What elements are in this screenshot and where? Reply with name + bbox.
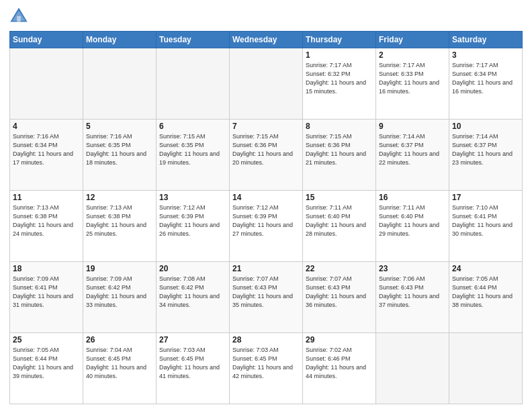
calendar-cell: 7Sunrise: 7:15 AM Sunset: 6:36 PM Daylig…: [230, 120, 303, 191]
day-info: Sunrise: 7:15 AM Sunset: 6:36 PM Dayligh…: [232, 132, 300, 167]
calendar-cell: 16Sunrise: 7:11 AM Sunset: 6:40 PM Dayli…: [376, 191, 449, 262]
day-number: 16: [379, 193, 446, 202]
calendar-cell: 8Sunrise: 7:15 AM Sunset: 6:36 PM Daylig…: [303, 120, 376, 191]
logo: [9, 7, 31, 26]
weekday-header-friday: Friday: [376, 32, 449, 48]
calendar-cell: 1Sunrise: 7:17 AM Sunset: 6:32 PM Daylig…: [303, 48, 376, 120]
day-info: Sunrise: 7:10 AM Sunset: 6:41 PM Dayligh…: [452, 203, 519, 238]
weekday-header-thursday: Thursday: [303, 32, 376, 48]
day-info: Sunrise: 7:03 AM Sunset: 6:45 PM Dayligh…: [232, 346, 300, 381]
day-number: 13: [159, 193, 226, 202]
day-info: Sunrise: 7:14 AM Sunset: 6:37 PM Dayligh…: [452, 132, 519, 167]
day-info: Sunrise: 7:08 AM Sunset: 6:42 PM Dayligh…: [159, 275, 226, 310]
calendar-table: SundayMondayTuesdayWednesdayThursdayFrid…: [9, 31, 523, 404]
day-number: 1: [306, 50, 373, 60]
day-info: Sunrise: 7:16 AM Sunset: 6:35 PM Dayligh…: [86, 132, 153, 167]
calendar-cell: 28Sunrise: 7:03 AM Sunset: 6:45 PM Dayli…: [230, 333, 303, 404]
calendar-cell: 14Sunrise: 7:12 AM Sunset: 6:39 PM Dayli…: [230, 191, 303, 262]
calendar-cell: 6Sunrise: 7:15 AM Sunset: 6:35 PM Daylig…: [157, 120, 230, 191]
day-number: 7: [232, 122, 300, 131]
calendar-cell: 9Sunrise: 7:14 AM Sunset: 6:37 PM Daylig…: [376, 120, 449, 191]
calendar-cell: 5Sunrise: 7:16 AM Sunset: 6:35 PM Daylig…: [83, 120, 157, 191]
day-info: Sunrise: 7:14 AM Sunset: 6:37 PM Dayligh…: [379, 132, 446, 167]
day-info: Sunrise: 7:09 AM Sunset: 6:42 PM Dayligh…: [86, 275, 153, 310]
day-number: 2: [379, 50, 446, 60]
day-info: Sunrise: 7:05 AM Sunset: 6:44 PM Dayligh…: [452, 275, 519, 310]
day-info: Sunrise: 7:17 AM Sunset: 6:33 PM Dayligh…: [379, 61, 446, 96]
calendar-cell: 23Sunrise: 7:06 AM Sunset: 6:43 PM Dayli…: [376, 262, 449, 333]
day-number: 26: [86, 335, 153, 345]
weekday-header-tuesday: Tuesday: [157, 32, 230, 48]
calendar-cell: 11Sunrise: 7:13 AM Sunset: 6:38 PM Dayli…: [10, 191, 83, 262]
week-row-1: 1Sunrise: 7:17 AM Sunset: 6:32 PM Daylig…: [10, 48, 523, 120]
weekday-header-row: SundayMondayTuesdayWednesdayThursdayFrid…: [10, 32, 523, 48]
calendar-cell: 21Sunrise: 7:07 AM Sunset: 6:43 PM Dayli…: [230, 262, 303, 333]
calendar-cell: [449, 333, 523, 404]
day-number: 3: [452, 50, 519, 60]
day-number: 28: [232, 335, 300, 345]
header: [9, 7, 523, 26]
calendar-cell: [376, 333, 449, 404]
calendar-cell: 25Sunrise: 7:05 AM Sunset: 6:44 PM Dayli…: [10, 333, 83, 404]
weekday-header-monday: Monday: [83, 32, 157, 48]
day-info: Sunrise: 7:13 AM Sunset: 6:38 PM Dayligh…: [13, 203, 80, 238]
day-info: Sunrise: 7:15 AM Sunset: 6:36 PM Dayligh…: [306, 132, 373, 167]
day-number: 8: [306, 122, 373, 131]
day-number: 6: [159, 122, 226, 131]
day-number: 17: [452, 193, 519, 202]
day-number: 18: [13, 264, 80, 273]
day-number: 20: [159, 264, 226, 273]
day-number: 25: [13, 335, 80, 345]
calendar-cell: [83, 48, 157, 120]
day-info: Sunrise: 7:04 AM Sunset: 6:45 PM Dayligh…: [86, 346, 153, 381]
day-info: Sunrise: 7:15 AM Sunset: 6:35 PM Dayligh…: [159, 132, 226, 167]
calendar-cell: 17Sunrise: 7:10 AM Sunset: 6:41 PM Dayli…: [449, 191, 523, 262]
weekday-header-wednesday: Wednesday: [230, 32, 303, 48]
weekday-header-saturday: Saturday: [449, 32, 523, 48]
day-info: Sunrise: 7:07 AM Sunset: 6:43 PM Dayligh…: [232, 275, 300, 310]
day-info: Sunrise: 7:02 AM Sunset: 6:46 PM Dayligh…: [306, 346, 373, 381]
logo-icon: [9, 7, 28, 26]
day-number: 29: [306, 335, 373, 345]
page: SundayMondayTuesdayWednesdayThursdayFrid…: [0, 0, 532, 411]
calendar-cell: [10, 48, 83, 120]
day-number: 11: [13, 193, 80, 202]
calendar-cell: 24Sunrise: 7:05 AM Sunset: 6:44 PM Dayli…: [449, 262, 523, 333]
day-number: 15: [306, 193, 373, 202]
calendar-cell: 2Sunrise: 7:17 AM Sunset: 6:33 PM Daylig…: [376, 48, 449, 120]
calendar-cell: 13Sunrise: 7:12 AM Sunset: 6:39 PM Dayli…: [157, 191, 230, 262]
calendar-cell: 4Sunrise: 7:16 AM Sunset: 6:34 PM Daylig…: [10, 120, 83, 191]
day-info: Sunrise: 7:06 AM Sunset: 6:43 PM Dayligh…: [379, 275, 446, 310]
day-number: 12: [86, 193, 153, 202]
day-info: Sunrise: 7:12 AM Sunset: 6:39 PM Dayligh…: [159, 203, 226, 238]
day-number: 14: [232, 193, 300, 202]
day-number: 4: [13, 122, 80, 131]
calendar-cell: 19Sunrise: 7:09 AM Sunset: 6:42 PM Dayli…: [83, 262, 157, 333]
week-row-5: 25Sunrise: 7:05 AM Sunset: 6:44 PM Dayli…: [10, 333, 523, 404]
day-number: 21: [232, 264, 300, 273]
calendar-cell: 10Sunrise: 7:14 AM Sunset: 6:37 PM Dayli…: [449, 120, 523, 191]
day-info: Sunrise: 7:09 AM Sunset: 6:41 PM Dayligh…: [13, 275, 80, 310]
svg-rect-2: [17, 16, 21, 21]
weekday-header-sunday: Sunday: [10, 32, 83, 48]
day-number: 24: [452, 264, 519, 273]
calendar-cell: 27Sunrise: 7:03 AM Sunset: 6:45 PM Dayli…: [157, 333, 230, 404]
day-number: 27: [159, 335, 226, 345]
day-number: 9: [379, 122, 446, 131]
day-number: 5: [86, 122, 153, 131]
day-info: Sunrise: 7:16 AM Sunset: 6:34 PM Dayligh…: [13, 132, 80, 167]
calendar-cell: 12Sunrise: 7:13 AM Sunset: 6:38 PM Dayli…: [83, 191, 157, 262]
day-info: Sunrise: 7:17 AM Sunset: 6:34 PM Dayligh…: [452, 61, 519, 96]
calendar-cell: [230, 48, 303, 120]
calendar-cell: 15Sunrise: 7:11 AM Sunset: 6:40 PM Dayli…: [303, 191, 376, 262]
day-number: 10: [452, 122, 519, 131]
day-info: Sunrise: 7:17 AM Sunset: 6:32 PM Dayligh…: [306, 61, 373, 96]
day-number: 22: [306, 264, 373, 273]
calendar-cell: [157, 48, 230, 120]
day-info: Sunrise: 7:05 AM Sunset: 6:44 PM Dayligh…: [13, 346, 80, 381]
day-number: 23: [379, 264, 446, 273]
calendar-cell: 22Sunrise: 7:07 AM Sunset: 6:43 PM Dayli…: [303, 262, 376, 333]
week-row-2: 4Sunrise: 7:16 AM Sunset: 6:34 PM Daylig…: [10, 120, 523, 191]
calendar-cell: 3Sunrise: 7:17 AM Sunset: 6:34 PM Daylig…: [449, 48, 523, 120]
day-info: Sunrise: 7:11 AM Sunset: 6:40 PM Dayligh…: [306, 203, 373, 238]
